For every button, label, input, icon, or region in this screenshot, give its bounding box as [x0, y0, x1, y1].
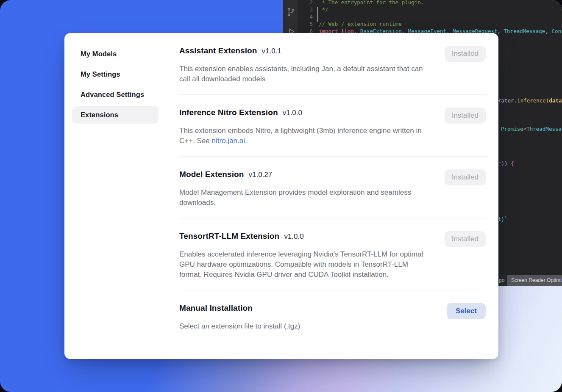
extension-row-tensortrt-llm-extension: TensortRT-LLM Extensionv1.0.0InstalledEn…	[179, 218, 486, 290]
page-background: 2 * The entrypoint for the plugin.3 */45…	[0, 0, 562, 392]
extension-description: This extension embeds Nitro, a lightweig…	[179, 126, 427, 146]
extension-name: Manual Installation	[179, 303, 253, 313]
installed-badge: Installed	[445, 46, 486, 62]
source-control-icon	[286, 7, 296, 17]
select-button[interactable]: Select	[447, 303, 486, 319]
installed-badge: Installed	[445, 169, 486, 185]
extension-name: Assistant Extension	[179, 46, 257, 56]
extension-version: v1.0.1	[262, 47, 281, 55]
extension-name: Inference Nitro Extension	[179, 108, 278, 118]
code-fragment: t}`	[498, 215, 508, 223]
extension-name: Model Extension	[179, 169, 244, 179]
extension-description: Select an extension file to install (.tg…	[179, 321, 427, 331]
code-lines: 2 * The entrypoint for the plugin.3 */45…	[298, 0, 562, 35]
extension-description: This extension enables assistants, inclu…	[179, 64, 427, 84]
installed-badge: Installed	[445, 108, 486, 124]
line-number: 3	[298, 6, 319, 13]
installed-badge: Installed	[445, 231, 486, 247]
extension-version: v1.0.0	[284, 232, 303, 241]
extension-description: Enables accelerated inference leveraging…	[179, 249, 427, 280]
sidebar-item-advanced-settings[interactable]: Advanced Settings	[72, 86, 159, 103]
line-number: 4	[298, 13, 319, 20]
settings-card: My ModelsMy SettingsAdvanced SettingsExt…	[64, 33, 498, 359]
indent-guide	[317, 7, 318, 22]
sidebar-item-my-models[interactable]: My Models	[72, 45, 159, 63]
sidebar-nav: My ModelsMy SettingsAdvanced SettingsExt…	[64, 33, 165, 359]
screen-reader-status-item: Screen Reader Optimize	[507, 275, 562, 286]
line-number: 5	[298, 20, 319, 28]
extension-description: Model Management Extension provides mode…	[179, 188, 427, 208]
extension-row-inference-nitro-extension: Inference Nitro Extensionv1.0.0Installed…	[179, 95, 486, 157]
extension-row-model-extension: Model Extensionv1.0.27InstalledModel Man…	[179, 157, 486, 218]
extension-row-assistant-extension: Assistant Extensionv1.0.1InstalledThis e…	[179, 33, 486, 95]
sidebar-item-extensions[interactable]: Extensions	[72, 106, 159, 124]
extension-version: v1.0.0	[283, 109, 302, 117]
line-number: 2	[298, 0, 319, 6]
extension-name: TensortRT-LLM Extension	[179, 231, 279, 241]
extension-version: v1.0.27	[248, 171, 272, 179]
code-fragment: ")) {	[498, 160, 514, 167]
code-fragment: rator.inference(data));	[498, 97, 562, 104]
sidebar-item-my-settings[interactable]: My Settings	[72, 66, 159, 83]
nitro-link[interactable]: nitro.jan.ai.	[212, 137, 247, 145]
code-fragment: Promise<ThreadMessage>	[501, 125, 562, 133]
status-bar-text: go	[499, 275, 504, 286]
extension-row-manual-installation: Manual InstallationSelectSelect an exten…	[179, 290, 486, 342]
extension-list: Assistant Extensionv1.0.1InstalledThis e…	[165, 33, 498, 359]
